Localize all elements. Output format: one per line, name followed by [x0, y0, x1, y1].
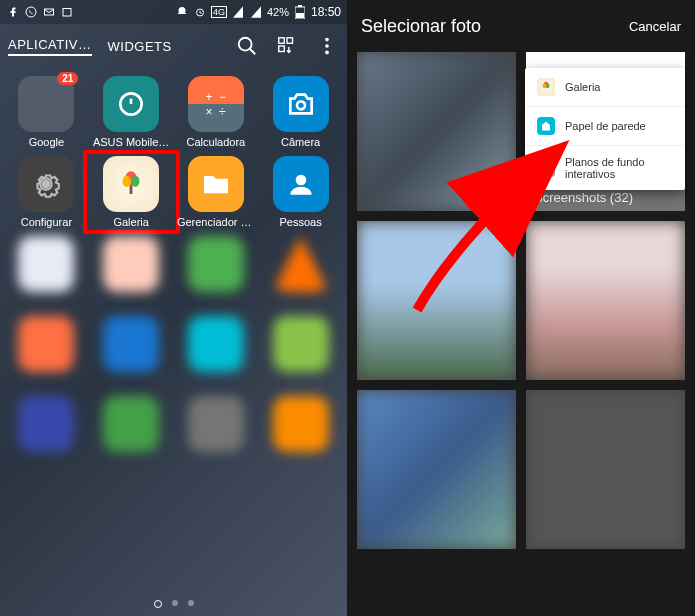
app-label: Pessoas — [280, 216, 322, 228]
popup-item-live-wallpaper[interactable]: Planos de fundo interativos — [525, 146, 685, 190]
search-icon[interactable] — [235, 34, 259, 58]
app-blurred[interactable] — [89, 396, 174, 468]
app-contacts[interactable]: Pessoas — [258, 156, 343, 228]
popup-item-wallpaper[interactable]: Papel de parede — [525, 107, 685, 146]
svg-rect-2 — [63, 9, 71, 17]
app-gallery-highlighted[interactable]: Galeria — [83, 150, 180, 234]
battery-percent: 42% — [267, 6, 289, 18]
svg-point-11 — [325, 38, 329, 42]
svg-rect-8 — [279, 38, 285, 44]
popup-label: Galeria — [565, 81, 600, 93]
svg-text:+: + — [205, 90, 212, 104]
facebook-icon — [6, 5, 20, 19]
popup-label: Planos de fundo interativos — [565, 156, 673, 180]
svg-point-0 — [26, 7, 36, 17]
picker-title: Selecionar foto — [361, 16, 481, 37]
cancel-button[interactable]: Cancelar — [629, 19, 681, 34]
tab-apps[interactable]: APLICATIV… — [8, 37, 92, 56]
svg-point-28 — [546, 84, 550, 89]
signal-icon-1 — [231, 5, 245, 19]
svg-point-25 — [295, 175, 306, 186]
tab-widgets[interactable]: WIDGETS — [108, 39, 172, 54]
svg-rect-29 — [542, 164, 550, 172]
app-blurred[interactable] — [4, 396, 89, 468]
notification-badge: 21 — [57, 72, 78, 85]
tab-bar: APLICATIV… WIDGETS — [0, 24, 347, 68]
status-bar: 4G 42% 18:50 — [0, 0, 347, 24]
app-label: Gerenciador d… — [177, 216, 255, 228]
app-calculator[interactable]: +−×÷ Calculadora — [174, 76, 259, 148]
battery-icon — [293, 5, 307, 19]
album-item[interactable] — [526, 390, 685, 549]
svg-point-12 — [325, 44, 329, 48]
album-item[interactable] — [357, 52, 516, 211]
svg-point-23 — [131, 176, 140, 187]
alarm-icon — [193, 5, 207, 19]
svg-rect-9 — [287, 38, 293, 44]
whatsapp-icon — [24, 5, 38, 19]
popup-item-gallery[interactable]: Galeria — [525, 68, 685, 107]
app-blurred[interactable] — [258, 316, 343, 388]
page-indicator — [154, 600, 194, 608]
album-item[interactable] — [526, 221, 685, 380]
app-blurred[interactable] — [4, 316, 89, 388]
app-blurred[interactable] — [174, 396, 259, 468]
svg-rect-5 — [298, 5, 302, 7]
grid-sort-icon[interactable] — [275, 34, 299, 58]
app-settings[interactable]: Configurar — [4, 156, 89, 228]
page-dot[interactable] — [172, 600, 178, 606]
svg-text:÷: ÷ — [219, 105, 226, 119]
app-blurred[interactable] — [174, 236, 259, 308]
svg-point-27 — [543, 84, 547, 89]
app-blurred[interactable] — [89, 316, 174, 388]
app-label: Câmera — [281, 136, 320, 148]
svg-point-7 — [239, 38, 252, 51]
album-item[interactable] — [357, 221, 516, 380]
network-label: 4G — [211, 6, 227, 18]
svg-rect-24 — [130, 185, 133, 194]
app-label: Calculadora — [187, 136, 246, 148]
svg-point-13 — [325, 51, 329, 55]
app-drawer-screen: 4G 42% 18:50 APLICATIV… WIDGETS — [0, 0, 347, 616]
source-picker-popup: Galeria Papel de parede Planos de fundo … — [525, 68, 685, 190]
page-dot[interactable] — [188, 600, 194, 606]
svg-text:−: − — [219, 90, 226, 104]
app-blurred[interactable] — [258, 396, 343, 468]
app-google-folder[interactable]: 21 Google — [4, 76, 89, 148]
app-blurred[interactable] — [89, 236, 174, 308]
signal-icon-2 — [249, 5, 263, 19]
svg-text:×: × — [205, 105, 212, 119]
clock: 18:50 — [311, 5, 341, 19]
svg-point-22 — [123, 176, 132, 187]
app-file-manager[interactable]: Gerenciador d… — [174, 156, 259, 228]
app-label: Galeria — [113, 216, 148, 228]
app-blurred[interactable] — [258, 236, 343, 308]
app-asus-mobile[interactable]: ASUS Mobile… — [89, 76, 174, 148]
app-blurred[interactable] — [4, 236, 89, 308]
app-label: ASUS Mobile… — [93, 136, 169, 148]
app-label: Google — [29, 136, 64, 148]
photo-picker-screen: Selecionar foto Cancelar Screenshots (32… — [347, 0, 695, 616]
svg-point-20 — [42, 180, 51, 189]
popup-label: Papel de parede — [565, 120, 646, 132]
app-grid: 21 Google ASUS Mobile… +−×÷ Calculadora … — [0, 68, 347, 476]
svg-rect-6 — [296, 13, 304, 18]
mail-icon — [42, 5, 56, 19]
calendar-icon — [60, 5, 74, 19]
svg-point-19 — [297, 101, 305, 109]
app-camera[interactable]: Câmera — [258, 76, 343, 148]
picker-header: Selecionar foto Cancelar — [347, 0, 695, 52]
dnd-icon — [175, 5, 189, 19]
app-label: Configurar — [21, 216, 72, 228]
overflow-menu-icon[interactable] — [315, 34, 339, 58]
page-dot[interactable] — [154, 600, 162, 608]
album-item[interactable] — [357, 390, 516, 549]
svg-rect-10 — [279, 46, 285, 52]
app-blurred[interactable] — [174, 316, 259, 388]
